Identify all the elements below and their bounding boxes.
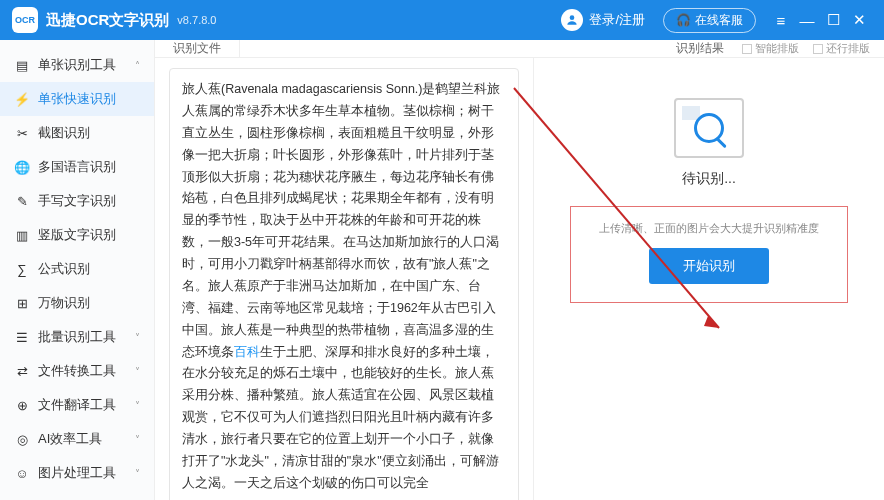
sidebar-icon: ☰ (14, 330, 30, 345)
sidebar-label: 万物识别 (38, 294, 90, 312)
sidebar-icon: ⊞ (14, 296, 30, 311)
sidebar-item[interactable]: ∑公式识别 (0, 252, 154, 286)
app-version: v8.7.8.0 (177, 14, 216, 26)
headset-icon: 🎧 (676, 13, 691, 27)
start-recognize-button[interactable]: 开始识别 (649, 248, 769, 284)
chevron-icon: ˅ (135, 366, 140, 377)
hint-box: 上传清晰、正面的图片会大大提升识别精准度 开始识别 (570, 206, 848, 303)
sidebar-item[interactable]: ☺图片处理工具˅ (0, 456, 154, 490)
sidebar-item[interactable]: ⊕文件翻译工具˅ (0, 388, 154, 422)
chevron-icon: ˅ (135, 468, 140, 479)
sidebar-label: 文件转换工具 (38, 362, 116, 380)
online-service-button[interactable]: 🎧在线客服 (663, 8, 756, 33)
sidebar-icon: ◎ (14, 432, 30, 447)
sidebar-icon: ▤ (14, 58, 30, 73)
maximize-button[interactable]: ☐ (820, 11, 846, 29)
baike-link[interactable]: 百科 (234, 345, 260, 359)
sidebar-icon: ▥ (14, 228, 30, 243)
sidebar-label: 竖版文字识别 (38, 226, 116, 244)
sidebar-item[interactable]: ✎手写文字识别 (0, 184, 154, 218)
sidebar-item[interactable]: ✂截图识别 (0, 116, 154, 150)
chevron-icon: ˅ (135, 434, 140, 445)
sidebar-icon: 🌐 (14, 160, 30, 175)
layout-smart-option[interactable]: 智能排版 (742, 41, 799, 56)
sidebar-item[interactable]: ⊞万物识别 (0, 286, 154, 320)
sidebar-item[interactable]: ⇄文件转换工具˅ (0, 354, 154, 388)
chevron-icon: ˅ (135, 400, 140, 411)
svg-point-0 (570, 15, 575, 20)
sidebar-item[interactable]: ☰批量识别工具˅ (0, 320, 154, 354)
sidebar: ▤单张识别工具˄⚡单张快速识别✂截图识别🌐多国语言识别✎手写文字识别▥竖版文字识… (0, 40, 155, 500)
sidebar-icon: ☺ (14, 466, 30, 481)
document-text: 旅人蕉(Ravenala madagascariensis Sonn.)是鹤望兰… (169, 68, 519, 500)
sidebar-item[interactable]: ▥竖版文字识别 (0, 218, 154, 252)
sidebar-icon: ✎ (14, 194, 30, 209)
document-pane: 旅人蕉(Ravenala madagascariensis Sonn.)是鹤望兰… (155, 58, 534, 500)
sidebar-label: 公式识别 (38, 260, 90, 278)
sidebar-item[interactable]: 🌐多国语言识别 (0, 150, 154, 184)
sidebar-label: 单张识别工具 (38, 56, 116, 74)
layout-line-option[interactable]: 还行排版 (813, 41, 870, 56)
sidebar-item[interactable]: ◎AI效率工具˅ (0, 422, 154, 456)
app-name: 迅捷OCR文字识别 (46, 11, 169, 30)
svg-marker-2 (704, 316, 719, 328)
tabs-row: 识别文件 识别结果 智能排版 还行排版 (155, 40, 884, 58)
sidebar-icon: ⚡ (14, 92, 30, 107)
sidebar-item[interactable]: ⚡单张快速识别 (0, 82, 154, 116)
sidebar-label: 单张快速识别 (38, 90, 116, 108)
sidebar-label: 多国语言识别 (38, 158, 116, 176)
sidebar-icon: ⇄ (14, 364, 30, 379)
menu-icon[interactable]: ≡ (768, 12, 794, 29)
avatar-icon[interactable] (561, 9, 583, 31)
checkbox-icon (813, 44, 823, 54)
search-placeholder-icon (674, 98, 744, 158)
sidebar-icon: ∑ (14, 262, 30, 277)
waiting-label: 待识别... (682, 170, 736, 188)
tab-file[interactable]: 识别文件 (155, 40, 240, 57)
magnifier-icon (694, 113, 724, 143)
sidebar-item[interactable]: ▤单张识别工具˄ (0, 48, 154, 82)
sidebar-label: AI效率工具 (38, 430, 102, 448)
sidebar-label: 截图识别 (38, 124, 90, 142)
minimize-button[interactable]: — (794, 12, 820, 29)
hint-text: 上传清晰、正面的图片会大大提升识别精准度 (599, 221, 819, 236)
chevron-icon: ˅ (135, 332, 140, 343)
sidebar-icon: ⊕ (14, 398, 30, 413)
close-button[interactable]: ✕ (846, 11, 872, 29)
checkbox-icon (742, 44, 752, 54)
sidebar-label: 图片处理工具 (38, 464, 116, 482)
result-pane: 待识别... 上传清晰、正面的图片会大大提升识别精准度 开始识别 (534, 58, 884, 500)
titlebar: OCR 迅捷OCR文字识别 v8.7.8.0 登录/注册 🎧在线客服 ≡ — ☐… (0, 0, 884, 40)
sidebar-label: 文件翻译工具 (38, 396, 116, 414)
app-logo: OCR (12, 7, 38, 33)
sidebar-label: 批量识别工具 (38, 328, 116, 346)
sidebar-label: 手写文字识别 (38, 192, 116, 210)
tab-result: 识别结果 (658, 40, 742, 57)
chevron-icon: ˄ (135, 60, 140, 71)
sidebar-icon: ✂ (14, 126, 30, 141)
login-link[interactable]: 登录/注册 (589, 11, 645, 29)
